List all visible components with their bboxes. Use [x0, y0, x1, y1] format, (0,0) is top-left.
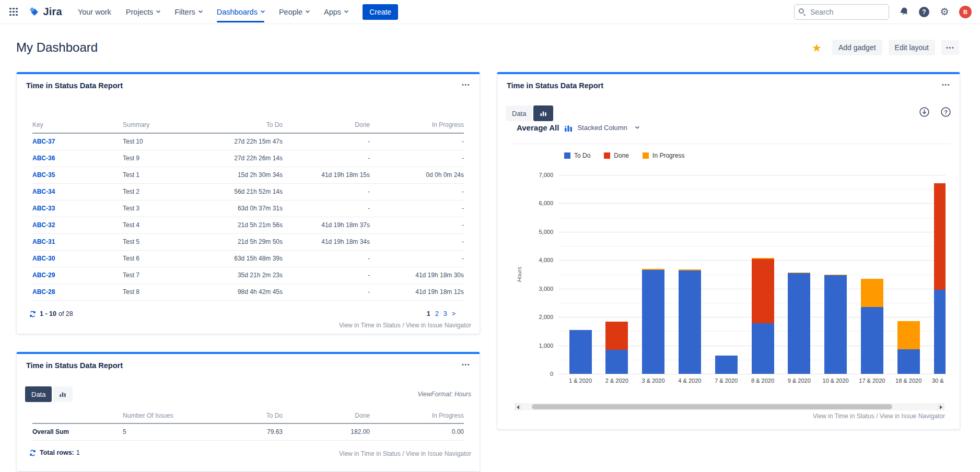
- issue-key-link[interactable]: ABC-33: [32, 205, 55, 212]
- time-cell: 41d 19h 18m 12s: [370, 284, 464, 300]
- issue-key-link[interactable]: ABC-34: [32, 188, 55, 195]
- issue-key-link[interactable]: ABC-31: [32, 238, 55, 245]
- x-tick-label: 8 & 2020: [744, 377, 781, 384]
- chart-horizontal-scrollbar[interactable]: [515, 403, 944, 410]
- pagination-pages: 1 2 3 >: [427, 310, 456, 317]
- time-cell: -: [370, 217, 464, 233]
- legend-swatch: [564, 152, 570, 159]
- view-in-issue-navigator-link[interactable]: View in Issue Navigator: [880, 412, 945, 420]
- help-icon[interactable]: ?: [918, 6, 930, 18]
- nav-item-dashboards[interactable]: Dashboards: [217, 0, 264, 24]
- page-next-link[interactable]: >: [452, 310, 456, 317]
- table-row: ABC-34Test 256d 21h 52m 14s--: [32, 183, 464, 200]
- bar-segment-to-do: [897, 349, 920, 374]
- time-cell: 21d 5h 29m 50s: [214, 233, 283, 250]
- nav-item-people[interactable]: People: [279, 0, 309, 24]
- tab-chart[interactable]: [53, 386, 73, 402]
- pagination: 1 - 10 of 28 1 2 3 >: [29, 310, 456, 317]
- jira-logo-text: Jira: [43, 6, 62, 18]
- bar-segment-to-do: [752, 323, 774, 374]
- legend-label: Done: [614, 152, 629, 159]
- gridline: [558, 374, 946, 374]
- jira-logo[interactable]: Jira: [28, 6, 62, 18]
- view-in-time-in-status-link[interactable]: View in Time in Status: [339, 450, 401, 457]
- gadget-menu-button[interactable]: •••: [940, 79, 952, 90]
- table-row: Overall Sum 5 79.63 182.00 0.00: [32, 423, 464, 440]
- settings-gear-icon[interactable]: ⚙: [939, 6, 950, 18]
- nav-item-filters[interactable]: Filters: [174, 0, 202, 24]
- time-cell: 41d 19h 18m 30s: [370, 267, 464, 284]
- table-row: ABC-32Test 421d 5h 21m 56s41d 19h 18m 37…: [32, 217, 464, 233]
- y-tick-label: 6,000: [539, 200, 553, 206]
- time-cell: -: [370, 133, 464, 150]
- page-3-link[interactable]: 3: [444, 310, 447, 317]
- bar-segment-to-do: [824, 275, 847, 374]
- scroll-right-arrow-icon[interactable]: [937, 403, 944, 410]
- gadget-time-in-status-chart: Time in Status Data Report ••• Data ? Av…: [497, 72, 960, 430]
- time-cell: 41d 19h 18m 34s: [283, 233, 370, 250]
- x-tick-label: 4 & 2020: [671, 377, 708, 384]
- gadget-menu-button[interactable]: •••: [460, 359, 472, 370]
- view-in-issue-navigator-link[interactable]: View in Issue Navigator: [406, 450, 471, 457]
- tab-chart[interactable]: [533, 105, 553, 121]
- chart-type-label: Stacked Column: [577, 124, 627, 132]
- bar-segment-to-do: [934, 290, 946, 374]
- y-tick-label: 3,000: [539, 286, 553, 292]
- issue-key-link[interactable]: ABC-32: [32, 221, 55, 229]
- nav-item-apps[interactable]: Apps: [324, 0, 348, 24]
- issue-key-link[interactable]: ABC-30: [32, 255, 55, 262]
- gridline: [558, 203, 946, 204]
- bar-segment-in-progress: [752, 258, 774, 258]
- notifications-bell-icon[interactable]: [898, 6, 909, 18]
- key-cell: ABC-37: [32, 133, 123, 150]
- download-icon[interactable]: [919, 107, 930, 117]
- divider: [511, 144, 951, 144]
- view-in-issue-navigator-link[interactable]: View in Issue Navigator: [406, 322, 471, 329]
- gadget-title: Time in Status Data Report: [26, 81, 123, 90]
- tab-data[interactable]: Data: [506, 105, 532, 121]
- scroll-track[interactable]: [522, 403, 937, 410]
- row-label: Overall Sum: [32, 423, 123, 440]
- chart-y-title: Hours: [515, 175, 523, 374]
- favorite-star-icon[interactable]: ★: [812, 42, 822, 53]
- issue-key-link[interactable]: ABC-37: [32, 138, 55, 145]
- time-cell: 63d 15h 48m 39s: [214, 250, 283, 267]
- user-avatar[interactable]: B: [959, 6, 972, 18]
- edit-layout-button[interactable]: Edit layout: [889, 40, 935, 55]
- nav-item-projects[interactable]: Projects: [126, 0, 160, 24]
- search-input[interactable]: [794, 4, 889, 20]
- scroll-thumb[interactable]: [532, 404, 892, 409]
- create-button[interactable]: Create: [363, 4, 398, 20]
- page-2-link[interactable]: 2: [435, 310, 439, 317]
- issue-key-link[interactable]: ABC-35: [32, 171, 55, 179]
- g1-table-body: ABC-37Test 1027d 22h 15m 47s--ABC-36Test…: [32, 133, 464, 300]
- app-switcher-icon[interactable]: [9, 8, 18, 16]
- refresh-icon[interactable]: [29, 311, 36, 317]
- x-tick-label: 30 & 2020: [927, 377, 946, 384]
- chart-help-icon[interactable]: ?: [940, 107, 951, 117]
- view-in-time-in-status-link[interactable]: View in Time in Status: [813, 412, 874, 420]
- gridline: [558, 246, 946, 246]
- nav-item-your-work[interactable]: Your work: [78, 0, 111, 24]
- summary-cell: Test 4: [123, 217, 214, 233]
- scroll-left-arrow-icon[interactable]: [515, 403, 522, 410]
- issue-key-link[interactable]: ABC-29: [32, 272, 55, 279]
- chart-type-dropdown[interactable]: Stacked Column: [564, 124, 638, 132]
- x-tick-label: 10 & 2020: [818, 377, 854, 384]
- dashboard-more-button[interactable]: •••: [941, 40, 959, 55]
- tab-data[interactable]: Data: [25, 386, 52, 402]
- gridline: [558, 218, 946, 218]
- total-rows: Total rows: 1: [29, 449, 80, 456]
- add-gadget-button[interactable]: Add gadget: [832, 40, 882, 55]
- key-cell: ABC-36: [32, 150, 123, 167]
- page-header: My Dashboard ★ Add gadget Edit layout ••…: [16, 37, 959, 58]
- view-in-time-in-status-link[interactable]: View in Time in Status: [339, 322, 401, 329]
- time-cell: 98d 4h 42m 45s: [214, 284, 283, 300]
- bar-chart-icon: [540, 110, 547, 117]
- refresh-icon[interactable]: [29, 450, 36, 456]
- bar-segment-in-progress: [642, 269, 664, 270]
- gadget-menu-button[interactable]: •••: [460, 79, 472, 90]
- issue-key-link[interactable]: ABC-28: [32, 288, 55, 296]
- issue-key-link[interactable]: ABC-36: [32, 155, 55, 162]
- y-tick-label: 2,000: [539, 314, 553, 320]
